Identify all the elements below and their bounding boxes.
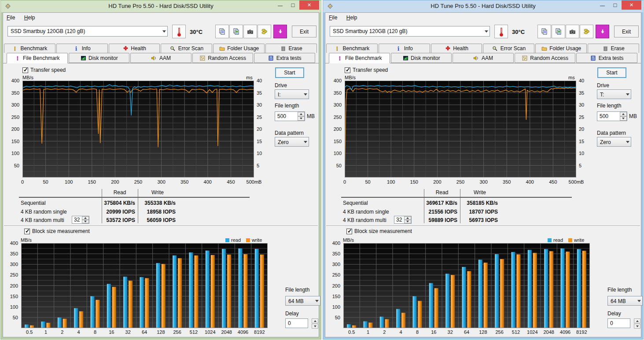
minimize-button[interactable]: — <box>596 0 609 10</box>
donate-button[interactable] <box>258 25 271 38</box>
spinner-up-icon[interactable] <box>620 112 627 116</box>
tab-erase[interactable]: Erase <box>588 44 639 53</box>
axis-tick-label: 400 <box>526 179 534 185</box>
transfer-speed-checkbox[interactable]: Transfer speed <box>345 67 388 73</box>
tab-extra-tests[interactable]: Extra tests <box>254 53 315 63</box>
drive-select[interactable]: I: <box>275 89 309 99</box>
close-button[interactable]: ✕ <box>622 0 641 10</box>
file-length-input[interactable]: 500 <box>597 111 627 121</box>
spinner-up-icon[interactable] <box>404 216 411 220</box>
axis-tick-label: 300 <box>332 262 340 267</box>
sequential-read-value: 369617 KB/s <box>424 200 457 206</box>
save-results-button[interactable] <box>596 25 609 38</box>
tab-file-benchmark[interactable]: ! File Benchmark <box>329 53 390 63</box>
tab-folder-usage[interactable]: Folder Usage <box>213 44 265 53</box>
caption-buttons: — □ ✕ <box>274 0 319 10</box>
data-pattern-value: Zero <box>278 137 289 147</box>
tab-info[interactable]: i Info <box>379 44 430 53</box>
axis-tick-label: 8192 <box>576 329 587 335</box>
axis-tick-label: 350 <box>11 90 19 96</box>
tab-error-scan[interactable]: Error Scan <box>161 44 212 53</box>
maximize-button[interactable]: □ <box>287 0 299 10</box>
chart-legend: read write <box>225 237 262 243</box>
copy-text-button[interactable] <box>215 25 229 38</box>
delay-input[interactable]: 0 <box>607 318 630 328</box>
tab-extra-tests[interactable]: Extra tests <box>576 53 637 63</box>
exit-button[interactable]: Exit <box>614 26 639 37</box>
axis-tick-label: 350 <box>10 251 18 256</box>
speaker-icon <box>473 55 479 61</box>
tab-health[interactable]: Health <box>109 44 160 53</box>
axis-tick-label: 1 <box>44 329 47 335</box>
tab-label: Benchmark <box>21 45 48 52</box>
temperature-button[interactable] <box>172 25 186 38</box>
spinner-down-icon[interactable] <box>404 220 411 223</box>
drive-combobox[interactable]: SSD Smartbuy 120GB (120 gB) <box>7 26 168 37</box>
window-title: HD Tune Pro 5.50 - Hard Disk/SSD Utility <box>323 3 643 9</box>
spinner-up-icon[interactable] <box>312 318 318 323</box>
menu-item-file[interactable]: File <box>325 13 341 22</box>
axis-tick-label: 350 <box>503 179 511 185</box>
queue-depth-value: 32 <box>74 217 80 223</box>
tab-aam[interactable]: AAM <box>130 53 191 63</box>
file-length-input[interactable]: 500 <box>275 111 305 121</box>
copy-text-button[interactable] <box>537 25 551 38</box>
tab-erase[interactable]: Erase <box>265 44 317 53</box>
tab-label: Health <box>453 45 468 52</box>
delay-value: 0 <box>288 320 291 326</box>
tab-benchmark[interactable]: ! Benchmark <box>326 44 378 53</box>
copy-image-button[interactable] <box>229 25 243 38</box>
transfer-speed-checkbox[interactable]: Transfer speed <box>22 67 66 73</box>
queue-depth-spinner[interactable]: 32 <box>394 216 412 224</box>
minimize-button[interactable]: — <box>274 0 287 10</box>
spinner-down-icon[interactable] <box>634 324 640 329</box>
tab-file-benchmark[interactable]: ! File Benchmark <box>7 53 68 63</box>
tab-random-access[interactable]: Random Access <box>192 53 254 63</box>
tab-info[interactable]: i Info <box>56 44 108 53</box>
client-area: File Help SSD Smartbuy 120GB (120 gB) 30… <box>325 12 641 337</box>
axis-tick-label: 50 <box>365 179 370 185</box>
maximize-button[interactable]: □ <box>609 0 622 10</box>
menu-item-help[interactable]: Help <box>21 13 39 22</box>
sequential-write-value: 358185 KB/s <box>462 200 498 206</box>
y-axis-ticks: 40035030025020015010050 <box>325 243 342 328</box>
block-size-checkbox[interactable]: Block size measurement <box>346 228 412 234</box>
tab-folder-usage[interactable]: Folder Usage <box>535 44 587 53</box>
down-arrow-icon <box>600 29 606 35</box>
tab-disk-monitor[interactable]: Disk monitor <box>69 53 130 63</box>
screenshot-button[interactable] <box>566 25 579 38</box>
tab-error-scan[interactable]: Error Scan <box>483 44 534 53</box>
close-button[interactable]: ✕ <box>299 0 319 10</box>
tab-benchmark[interactable]: ! Benchmark <box>4 44 55 53</box>
exit-button[interactable]: Exit <box>292 26 316 37</box>
spinner-down-icon[interactable] <box>82 220 89 223</box>
save-results-button[interactable] <box>273 25 287 38</box>
spinner-down-icon[interactable] <box>620 116 627 121</box>
y-axis-right-ticks: 403530252015105 <box>256 81 269 177</box>
block-file-length-select[interactable]: 64 MB <box>285 296 320 306</box>
spinner-down-icon[interactable] <box>298 116 305 121</box>
queue-depth-spinner[interactable]: 32 <box>72 216 89 224</box>
copy-image-button[interactable] <box>552 25 565 38</box>
data-pattern-select[interactable]: Zero <box>275 137 309 147</box>
block-file-length-label: File length <box>607 287 632 293</box>
spinner-down-icon[interactable] <box>312 324 318 329</box>
tab-random-access[interactable]: Random Access <box>515 53 576 63</box>
tab-disk-monitor[interactable]: Disk monitor <box>391 53 452 63</box>
drive-select[interactable]: T: <box>597 89 631 99</box>
tab-health[interactable]: Health <box>431 44 482 53</box>
spinner-up-icon[interactable] <box>82 216 89 220</box>
drive-combobox[interactable]: SSD Smartbuy 120GB (120 gB) <box>330 26 490 37</box>
donate-button[interactable] <box>580 25 593 38</box>
data-pattern-select[interactable]: Zero <box>597 137 631 147</box>
delay-input[interactable]: 0 <box>285 318 308 328</box>
spinner-up-icon[interactable] <box>298 112 305 116</box>
temperature-button[interactable] <box>494 25 508 38</box>
spinner-up-icon[interactable] <box>634 318 640 323</box>
menu-item-file[interactable]: File <box>3 13 18 22</box>
tab-aam[interactable]: AAM <box>453 53 514 63</box>
block-size-checkbox[interactable]: Block size measurement <box>24 228 90 234</box>
screenshot-button[interactable] <box>243 25 257 38</box>
menu-item-help[interactable]: Help <box>343 13 361 22</box>
block-file-length-select[interactable]: 64 MB <box>607 296 643 306</box>
